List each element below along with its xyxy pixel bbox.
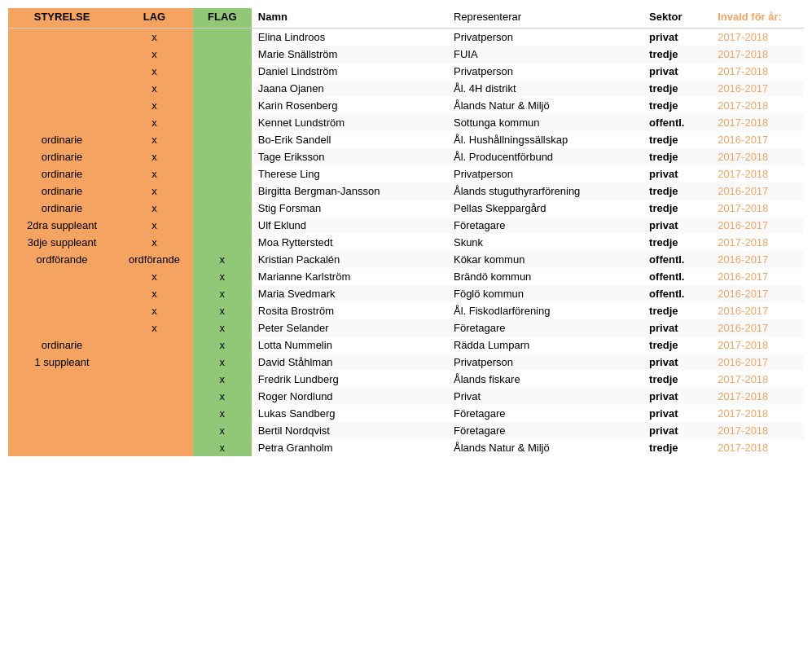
cell-lag: x <box>116 217 193 234</box>
table-row: ordinariexTherese LingPrivatpersonprivat… <box>8 165 804 182</box>
cell-sektor: tredje <box>643 200 711 217</box>
cell-flag <box>193 63 252 80</box>
cell-flag <box>193 46 252 63</box>
cell-flag: x <box>193 371 252 388</box>
table-row: xxPeter SelanderFöretagareprivat2016-201… <box>8 319 804 336</box>
cell-lag: x <box>116 285 193 302</box>
cell-invald: 2016-2017 <box>711 80 804 97</box>
cell-invald: 2017-2018 <box>711 336 804 354</box>
cell-sektor: tredje <box>643 371 711 388</box>
cell-namn: Lotta Nummelin <box>252 336 447 354</box>
cell-lag: x <box>116 200 193 217</box>
cell-representerar: Skunk <box>447 234 643 251</box>
table-row: xPetra GranholmÅlands Natur & Miljötredj… <box>8 439 804 456</box>
cell-styrelse <box>8 388 116 405</box>
cell-lag: x <box>116 63 193 80</box>
cell-lag: x <box>116 46 193 63</box>
cell-invald: 2016-2017 <box>711 251 804 268</box>
cell-invald: 2016-2017 <box>711 217 804 234</box>
header-namn: Namn <box>252 8 447 29</box>
cell-sektor: privat <box>643 354 711 371</box>
cell-namn: Bo-Erik Sandell <box>252 131 447 148</box>
cell-representerar: Privatperson <box>447 29 643 46</box>
header-flag: FLAG <box>193 8 252 29</box>
cell-sektor: tredje <box>643 131 711 148</box>
cell-styrelse <box>8 319 116 336</box>
header-representerar: Representerar <box>447 8 643 29</box>
cell-sektor: privat <box>643 165 711 182</box>
cell-flag <box>193 114 252 131</box>
cell-styrelse: ordinarie <box>8 131 116 148</box>
main-table: STYRELSE LAG FLAG Namn Representerar Sek… <box>8 8 804 456</box>
cell-representerar: Pellas Skeppargård <box>447 200 643 217</box>
cell-representerar: Privatperson <box>447 354 643 371</box>
header-invald: Invald för år: <box>711 8 804 29</box>
table-row: 1 suppleantxDavid StåhlmanPrivatpersonpr… <box>8 354 804 371</box>
cell-styrelse <box>8 302 116 319</box>
cell-flag <box>193 29 252 46</box>
cell-flag <box>193 217 252 234</box>
cell-lag <box>116 354 193 371</box>
table-row: xDaniel LindströmPrivatpersonprivat2017-… <box>8 63 804 80</box>
table-row: xRoger NordlundPrivatprivat2017-2018 <box>8 388 804 405</box>
cell-flag <box>193 182 252 200</box>
cell-representerar: Företagare <box>447 217 643 234</box>
cell-namn: Kennet Lundström <box>252 114 447 131</box>
cell-styrelse: 2dra suppleant <box>8 217 116 234</box>
cell-namn: Fredrik Lundberg <box>252 371 447 388</box>
cell-namn: Daniel Lindström <box>252 63 447 80</box>
cell-namn: Kristian Packalén <box>252 251 447 268</box>
cell-styrelse <box>8 46 116 63</box>
cell-sektor: privat <box>643 319 711 336</box>
cell-invald: 2016-2017 <box>711 302 804 319</box>
cell-namn: David Ståhlman <box>252 354 447 371</box>
cell-sektor: tredje <box>643 302 711 319</box>
cell-sektor: privat <box>643 405 711 422</box>
cell-sektor: privat <box>643 217 711 234</box>
cell-representerar: Privat <box>447 388 643 405</box>
table-row: xJaana OjanenÅl. 4H distrikttredje2016-2… <box>8 80 804 97</box>
cell-sektor: tredje <box>643 336 711 354</box>
header-styrelse: STYRELSE <box>8 8 116 29</box>
cell-styrelse: ordinarie <box>8 336 116 354</box>
cell-lag: x <box>116 148 193 165</box>
cell-flag <box>193 200 252 217</box>
cell-representerar: Föglö kommun <box>447 285 643 302</box>
cell-lag <box>116 336 193 354</box>
cell-representerar: Ål. Hushållningssällskap <box>447 131 643 148</box>
cell-invald: 2017-2018 <box>711 148 804 165</box>
cell-lag <box>116 405 193 422</box>
cell-representerar: Privatperson <box>447 63 643 80</box>
cell-invald: 2017-2018 <box>711 388 804 405</box>
cell-flag: x <box>193 354 252 371</box>
table-row: xxMaria SvedmarkFöglö kommunoffentl.2016… <box>8 285 804 302</box>
cell-flag: x <box>193 405 252 422</box>
cell-lag: x <box>116 165 193 182</box>
cell-flag <box>193 97 252 114</box>
cell-styrelse: ordinarie <box>8 182 116 200</box>
cell-flag: x <box>193 251 252 268</box>
cell-representerar: Ål. Producentförbund <box>447 148 643 165</box>
cell-lag <box>116 439 193 456</box>
cell-lag: x <box>116 182 193 200</box>
cell-invald: 2017-2018 <box>711 114 804 131</box>
cell-invald: 2016-2017 <box>711 182 804 200</box>
cell-invald: 2017-2018 <box>711 439 804 456</box>
table-row: xFredrik LundbergÅlands fiskaretredje201… <box>8 371 804 388</box>
cell-styrelse <box>8 97 116 114</box>
cell-lag: x <box>116 114 193 131</box>
cell-styrelse <box>8 285 116 302</box>
cell-invald: 2017-2018 <box>711 405 804 422</box>
cell-styrelse <box>8 63 116 80</box>
table-row: xKarin RosenbergÅlands Natur & Miljötred… <box>8 97 804 114</box>
cell-styrelse <box>8 114 116 131</box>
cell-sektor: privat <box>643 422 711 439</box>
cell-invald: 2017-2018 <box>711 46 804 63</box>
cell-representerar: Företagare <box>447 422 643 439</box>
cell-namn: Lukas Sandberg <box>252 405 447 422</box>
cell-flag <box>193 148 252 165</box>
cell-sektor: tredje <box>643 234 711 251</box>
cell-namn: Karin Rosenberg <box>252 97 447 114</box>
cell-representerar: Ålands stuguthyrarförening <box>447 182 643 200</box>
cell-invald: 2017-2018 <box>711 165 804 182</box>
